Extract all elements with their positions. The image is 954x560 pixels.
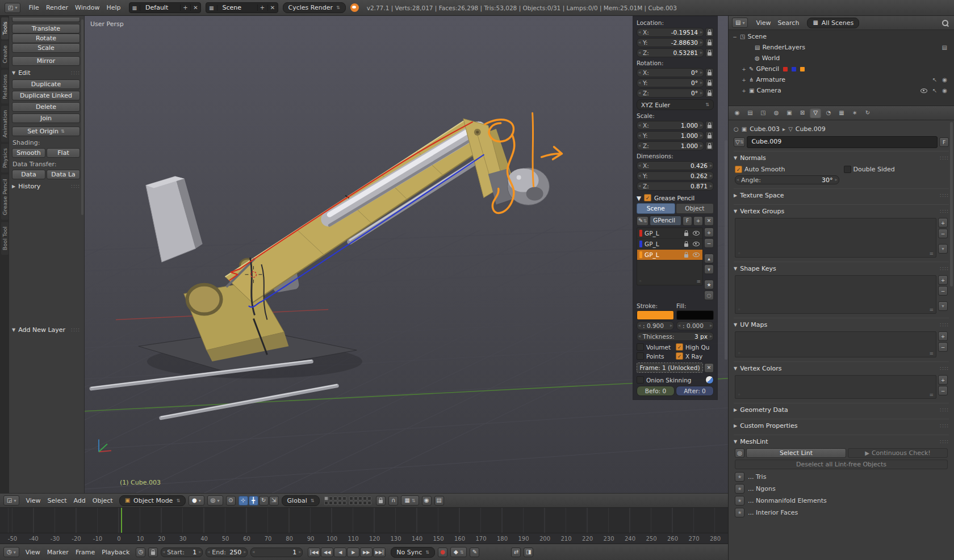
gpencil-name-field[interactable]: GPencil bbox=[650, 216, 681, 226]
lint-toggle[interactable]: ★ bbox=[735, 496, 744, 506]
menu-item[interactable]: Select bbox=[44, 496, 70, 506]
vertex-group-specials-button[interactable]: ▾ bbox=[938, 244, 948, 254]
lint-toggle[interactable]: ★ bbox=[735, 472, 744, 482]
shape-key-specials-button[interactable]: ▾ bbox=[938, 301, 948, 311]
toolshelf-tab[interactable]: Relations bbox=[1, 70, 9, 104]
edit-panel-header[interactable]: ▼ Edit :::: bbox=[12, 68, 80, 78]
location-field[interactable]: Y: -2.88630 bbox=[637, 38, 704, 47]
edit-button[interactable]: Duplicate bbox=[12, 79, 80, 89]
menu-item[interactable]: Add bbox=[70, 496, 89, 506]
layer-cell[interactable] bbox=[329, 496, 333, 500]
texture-tab[interactable]: ▦ bbox=[836, 108, 847, 118]
rotation-field[interactable]: Z: 0° bbox=[637, 89, 704, 98]
list-resize-grip[interactable]: ≡ bbox=[929, 351, 934, 356]
browse-mesh-button[interactable]: ▽⇅ bbox=[734, 137, 745, 147]
lock-toggle[interactable] bbox=[705, 48, 714, 57]
layer-color-swatch[interactable] bbox=[639, 251, 642, 258]
list-filter-toggle[interactable]: ◦ bbox=[738, 251, 740, 256]
gp-option-checkbox[interactable]: ✓ Volumet bbox=[637, 343, 675, 351]
list-resize-grip[interactable]: ≡ bbox=[929, 251, 934, 256]
viewport-3d[interactable]: User Persp (1) Cube.003 Location: X: bbox=[85, 16, 728, 493]
menu-item[interactable]: Render bbox=[43, 3, 72, 12]
layer-lock-toggle[interactable] bbox=[682, 252, 690, 258]
selectability-toggle-icon[interactable]: ↖ bbox=[932, 77, 937, 83]
list-resize-grip[interactable]: ≡ bbox=[696, 279, 701, 284]
panel-drag-icon[interactable]: :::: bbox=[940, 322, 949, 327]
custom-properties-panel-header[interactable]: ▶ Custom Properties :::: bbox=[734, 420, 949, 431]
gp-layer-row[interactable]: GP_L bbox=[637, 250, 702, 260]
lock-toggle[interactable] bbox=[705, 38, 714, 47]
sync-playback-button[interactable]: ⇄ bbox=[511, 548, 521, 557]
delete-screen-button[interactable]: ✕ bbox=[190, 5, 200, 11]
rotation-field[interactable]: X: 0° bbox=[637, 68, 704, 77]
world-tab[interactable]: ◍ bbox=[771, 108, 782, 118]
render-toggle-icon[interactable]: ◉ bbox=[942, 87, 947, 94]
jump-start-button[interactable]: |◀◀ bbox=[308, 548, 320, 557]
continuous-check-button[interactable]: ▶ Continuous Check! bbox=[848, 448, 948, 458]
data-transfer-button[interactable]: Data La bbox=[47, 170, 80, 179]
shading-button[interactable]: Smooth bbox=[12, 148, 45, 158]
smooth-angle-field[interactable]: Angle: 30° bbox=[735, 175, 839, 184]
snap-element-select[interactable]: ▦ ⇅ bbox=[401, 495, 419, 506]
gp-source-tab[interactable]: Object bbox=[676, 203, 714, 214]
panel-drag-icon[interactable]: :::: bbox=[940, 407, 949, 412]
vertex-colors-list[interactable]: ◦≡ bbox=[735, 375, 936, 399]
dimension-field[interactable]: Y: 0.262 bbox=[637, 171, 714, 180]
menu-item[interactable]: View bbox=[752, 18, 774, 28]
lint-toggle[interactable]: ★ bbox=[735, 508, 744, 517]
layer-cell[interactable] bbox=[338, 501, 342, 505]
current-frame-field[interactable]: 1 bbox=[250, 548, 303, 557]
outliner-row[interactable]: + ▣ Camera ▤ ↖ ◉ bbox=[731, 85, 952, 96]
layer-cell[interactable] bbox=[324, 496, 328, 500]
stroke-alpha-field[interactable]: : 0.900 bbox=[637, 321, 674, 330]
remove-layer-button[interactable]: − bbox=[704, 238, 714, 248]
layer-lock-toggle[interactable] bbox=[682, 231, 690, 236]
fill-color-swatch[interactable] bbox=[676, 310, 714, 320]
selectability-toggle-icon[interactable]: ↖ bbox=[932, 87, 937, 94]
gp-option-checkbox[interactable]: ✓ Points bbox=[637, 352, 675, 360]
add-vertex-color-button[interactable]: + bbox=[938, 375, 948, 385]
material-tab[interactable]: ◔ bbox=[823, 108, 834, 118]
texture-space-panel-header[interactable]: ▶ Texture Space :::: bbox=[734, 190, 949, 200]
start-frame-field[interactable]: Start:1 bbox=[161, 548, 203, 557]
current-frame-indicator[interactable] bbox=[121, 508, 122, 533]
search-icon[interactable] bbox=[942, 20, 948, 26]
add-shape-key-button[interactable]: + bbox=[938, 275, 948, 285]
browse-scene-icon[interactable]: ▦ bbox=[206, 5, 217, 11]
render-tab[interactable]: ◉ bbox=[731, 108, 743, 118]
gp-layer-row[interactable]: GP_L bbox=[637, 239, 702, 250]
end-frame-field[interactable]: End:250 bbox=[206, 548, 248, 557]
panel-drag-icon[interactable]: :::: bbox=[71, 327, 80, 332]
shape-keys-panel-header[interactable]: ▼ Shape Keys :::: bbox=[734, 263, 949, 273]
render-toggle-icon[interactable]: ◉ bbox=[942, 77, 947, 83]
remove-shape-key-button[interactable]: − bbox=[938, 286, 948, 296]
particles-tab[interactable]: ∗ bbox=[849, 108, 860, 118]
double-sided-checkbox[interactable]: ✓ Double Sided bbox=[844, 166, 948, 173]
history-panel-header[interactable]: ▶ History :::: bbox=[12, 181, 80, 191]
layer-cell[interactable] bbox=[349, 496, 353, 500]
layer-visibility-toggle[interactable] bbox=[692, 252, 700, 257]
add-gpencil-button[interactable]: + bbox=[693, 216, 703, 226]
onion-skinning-checkbox[interactable]: ✓ Onion Skinning bbox=[637, 376, 714, 384]
scene-tab[interactable]: ◳ bbox=[758, 108, 769, 118]
panel-drag-icon[interactable]: :::: bbox=[940, 439, 949, 444]
outliner-row[interactable]: − ◳ Scene ▤ ↖ ◉ bbox=[731, 31, 952, 42]
rotation-field[interactable]: Y: 0° bbox=[637, 78, 704, 87]
snap-toggle[interactable]: ∩ bbox=[388, 496, 398, 506]
panel-drag-icon[interactable]: :::: bbox=[940, 266, 949, 271]
use-preview-range-toggle[interactable]: ◷ bbox=[136, 548, 145, 557]
gp-layer-list[interactable]: GP_L GP_L bbox=[637, 228, 703, 285]
add-screen-button[interactable]: + bbox=[180, 5, 190, 11]
toolshelf-tab[interactable]: Create bbox=[1, 41, 9, 68]
visibility-toggle-icon[interactable] bbox=[920, 89, 927, 93]
play-button[interactable]: ▶ bbox=[347, 548, 359, 557]
menu-item[interactable]: Marker bbox=[44, 548, 72, 557]
properties-scrollbar[interactable] bbox=[950, 122, 953, 287]
auto-keyframe-toggle[interactable]: ● bbox=[438, 548, 447, 557]
scale-manipulator-button[interactable]: ⇲ bbox=[269, 496, 279, 506]
pivot-select[interactable]: ◎ ▾ bbox=[207, 495, 223, 506]
onion-color-icon[interactable] bbox=[705, 376, 714, 384]
list-filter-toggle[interactable]: ◦ bbox=[738, 392, 740, 398]
meshlint-panel-header[interactable]: ▼ MeshLint :::: bbox=[734, 436, 949, 447]
panel-drag-icon[interactable]: :::: bbox=[940, 365, 949, 371]
